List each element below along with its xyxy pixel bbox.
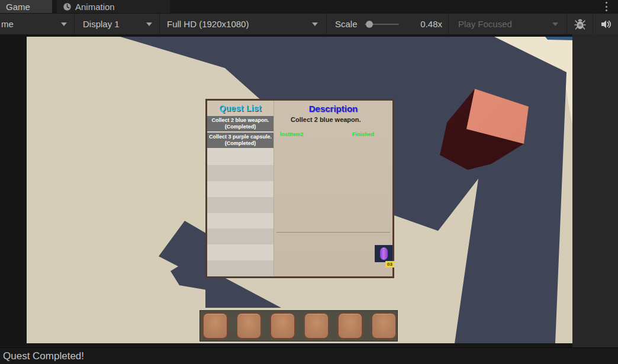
quest-empty-row xyxy=(207,213,273,229)
quest-button-2[interactable]: Collect 3 purple capsule.(Completed) xyxy=(207,133,273,149)
quest-button-1[interactable]: Collect 2 blue weapon.(Completed) xyxy=(207,116,273,133)
display-dropdown[interactable]: Display 1 xyxy=(75,14,160,34)
quest-list-header: Quest List xyxy=(207,101,273,116)
hotbar-slot-4[interactable] xyxy=(304,313,329,339)
game-viewport[interactable]: Quest List Collect 2 blue weapon.(Comple… xyxy=(27,37,572,343)
scale-control: Scale 0.48x xyxy=(327,14,449,34)
hotbar-slot-2[interactable] xyxy=(236,313,262,339)
chevron-down-icon xyxy=(312,22,318,26)
letterbox xyxy=(572,34,618,347)
quest-empty-row xyxy=(207,197,273,213)
scale-slider[interactable] xyxy=(365,24,399,25)
chevron-down-icon xyxy=(61,22,67,26)
hotbar-slot-3[interactable] xyxy=(270,313,295,339)
goal-row: lostItem2 Finished xyxy=(274,131,392,138)
description-title: Description xyxy=(309,104,358,114)
mute-audio-button[interactable] xyxy=(593,14,618,34)
chevron-down-icon xyxy=(146,22,152,26)
item-count-badge: 03 xyxy=(385,261,394,268)
quest-empty-rows xyxy=(207,149,273,276)
tab-bar: Game Animation xyxy=(0,0,618,13)
scale-label: Scale xyxy=(335,19,358,29)
quest-empty-row xyxy=(207,244,273,260)
purple-capsule-icon xyxy=(380,247,388,260)
scale-value: 0.48x xyxy=(420,19,442,29)
resolution-dropdown[interactable]: Full HD (1920x1080) xyxy=(160,14,327,34)
resolution-dropdown-label: Full HD (1920x1080) xyxy=(167,19,249,29)
reward-item-slot[interactable] xyxy=(375,245,392,262)
inventory-hotbar xyxy=(199,310,398,342)
quest-empty-row xyxy=(207,149,273,165)
quest-list-column: Quest List Collect 2 blue weapon.(Comple… xyxy=(207,101,274,276)
play-focused-dropdown[interactable]: Play Focused xyxy=(449,14,567,34)
quest-empty-row xyxy=(207,181,273,197)
kebab-menu-icon[interactable] xyxy=(603,2,610,11)
quest-description-column: Description Collect 2 blue weapon. lostI… xyxy=(274,101,392,276)
game-view-toolbar: me Display 1 Full HD (1920x1080) Scale 0… xyxy=(0,13,618,34)
status-bar[interactable]: Quest Completed! xyxy=(0,347,618,364)
unity-game-window: Game Animation me Display 1 Full HD (192… xyxy=(0,0,618,364)
divider xyxy=(276,232,390,233)
hotbar-slot-6[interactable] xyxy=(371,313,397,339)
tab-game-label: Game xyxy=(6,2,30,12)
hotbar-slot-1[interactable] xyxy=(202,313,228,339)
description-header: Description xyxy=(274,101,392,116)
audio-icon xyxy=(599,18,612,31)
target-dropdown[interactable]: me xyxy=(0,14,75,34)
bug-icon xyxy=(573,17,587,31)
status-message: Quest Completed! xyxy=(3,350,84,362)
display-dropdown-label: Display 1 xyxy=(83,19,120,29)
tab-game[interactable]: Game xyxy=(0,0,52,13)
description-text: Collect 2 blue weapon. xyxy=(291,116,361,123)
quest-empty-row xyxy=(207,165,273,181)
hotbar-slot-5[interactable] xyxy=(337,313,363,339)
game-render-area: Quest List Collect 2 blue weapon.(Comple… xyxy=(0,34,618,347)
debug-bug-button[interactable] xyxy=(567,14,593,34)
tab-animation[interactable]: Animation xyxy=(57,0,170,13)
quest-empty-row xyxy=(207,260,273,276)
tab-animation-label: Animation xyxy=(75,2,115,12)
quest-button-list: Collect 2 blue weapon.(Completed)Collect… xyxy=(207,116,273,149)
scale-slider-knob[interactable] xyxy=(366,21,373,28)
chevron-down-icon xyxy=(552,22,558,26)
quest-panel: Quest List Collect 2 blue weapon.(Comple… xyxy=(205,99,394,278)
quest-empty-row xyxy=(207,228,273,244)
play-focused-label: Play Focused xyxy=(458,19,512,29)
quest-list-title: Quest List xyxy=(219,104,261,113)
goal-status-label: Finished xyxy=(352,131,374,137)
goal-item-label: lostItem2 xyxy=(280,131,304,137)
clock-icon xyxy=(63,2,72,11)
target-dropdown-label: me xyxy=(1,19,14,29)
